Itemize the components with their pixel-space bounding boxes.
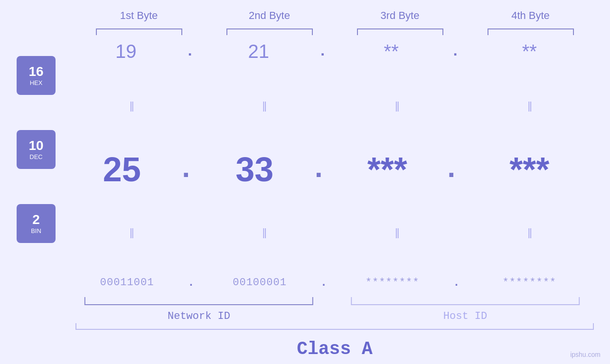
dec-value-2: 33 bbox=[200, 150, 309, 189]
class-a-label: Class A bbox=[297, 339, 373, 359]
class-bracket-svg bbox=[74, 322, 596, 332]
equals-sign-3a: || bbox=[395, 101, 398, 111]
dec-row: 25 . 33 . *** . *** bbox=[65, 150, 596, 189]
byte-headers-row: 1st Byte 2nd Byte 3rd Byte 4th Byte bbox=[74, 9, 596, 22]
bracket-2 bbox=[206, 27, 334, 36]
equals-sign-4b: || bbox=[528, 227, 531, 238]
bin-value-3: ******** bbox=[333, 277, 452, 289]
bin-value-1: 00011001 bbox=[67, 277, 187, 289]
badge-hex-label: HEX bbox=[30, 79, 43, 86]
dec-dot-2: . bbox=[310, 153, 327, 186]
bin-value-4: ******** bbox=[465, 277, 593, 289]
hex-dot-1: . bbox=[186, 43, 195, 60]
host-bracket bbox=[335, 296, 596, 308]
equals-cell-4a: || bbox=[465, 101, 593, 111]
byte-header-1: 1st Byte bbox=[75, 9, 203, 22]
badge-bin: 2 BIN bbox=[17, 204, 56, 243]
rows-area: 19 . 21 . ** . ** || bbox=[65, 38, 610, 294]
content-area: 16 HEX 10 DEC 2 BIN 19 . 21 bbox=[0, 38, 610, 294]
badge-dec-label: DEC bbox=[29, 153, 42, 160]
bracket-svg-1 bbox=[92, 27, 187, 36]
bin-cell-4: ******** bbox=[465, 277, 593, 289]
watermark: ipshu.com bbox=[570, 351, 601, 358]
hex-dot-2: . bbox=[318, 43, 327, 60]
dec-value-4: *** bbox=[465, 150, 593, 189]
equals-row-2: || || || || bbox=[65, 227, 596, 238]
bracket-svg-4 bbox=[483, 27, 578, 36]
bin-row: 00011001 . 00100001 . ******** . *******… bbox=[65, 276, 596, 289]
hex-cell-1: 19 . bbox=[67, 41, 196, 62]
bottom-section: Network ID Host ID bbox=[74, 296, 596, 322]
bottom-labels: Network ID Host ID bbox=[74, 310, 596, 322]
bin-cell-2: 00100001 . bbox=[200, 276, 328, 289]
badge-dec: 10 DEC bbox=[17, 130, 56, 169]
bin-cell-1: 00011001 . bbox=[67, 276, 196, 289]
equals-sign-1a: || bbox=[130, 101, 133, 111]
dec-dot-1: . bbox=[178, 153, 195, 186]
equals-sign-2a: || bbox=[263, 101, 266, 111]
footer: Class A bbox=[74, 334, 596, 364]
network-id-label: Network ID bbox=[74, 310, 324, 322]
hex-row: 19 . 21 . ** . ** bbox=[65, 41, 596, 62]
bin-dot-2: . bbox=[320, 276, 327, 289]
byte-header-2: 2nd Byte bbox=[206, 9, 334, 22]
equals-cell-1a: || bbox=[67, 101, 196, 111]
bin-cell-3: ******** . bbox=[333, 276, 461, 289]
hex-value-2: 21 bbox=[200, 41, 317, 62]
full-bottom-bracket bbox=[74, 322, 596, 334]
equals-sign-2b: || bbox=[263, 227, 266, 238]
host-bracket-svg bbox=[341, 296, 590, 308]
byte-header-4: 4th Byte bbox=[467, 9, 595, 22]
bin-value-2: 00100001 bbox=[200, 277, 319, 289]
badge-hex: 16 HEX bbox=[17, 56, 56, 95]
bracket-1 bbox=[75, 27, 203, 36]
bin-dot-3: . bbox=[453, 276, 460, 289]
equals-row-1: || || || || bbox=[65, 101, 596, 111]
hex-value-4: ** bbox=[465, 41, 593, 62]
dec-cell-3: *** . bbox=[333, 150, 461, 189]
bracket-svg-3 bbox=[353, 27, 448, 36]
bracket-4 bbox=[467, 27, 595, 36]
badges-column: 16 HEX 10 DEC 2 BIN bbox=[0, 38, 65, 294]
hex-value-1: 19 bbox=[67, 41, 185, 62]
dec-dot-3: . bbox=[443, 153, 460, 186]
equals-cell-4b: || bbox=[465, 227, 593, 238]
bottom-brackets bbox=[74, 296, 596, 308]
dec-cell-4: *** bbox=[465, 150, 593, 189]
equals-cell-3a: || bbox=[333, 101, 461, 111]
dec-value-3: *** bbox=[333, 150, 442, 189]
bracket-svg-2 bbox=[222, 27, 317, 36]
badge-bin-number: 2 bbox=[32, 213, 40, 227]
byte-header-3: 3rd Byte bbox=[336, 9, 464, 22]
bin-dot-1: . bbox=[188, 276, 194, 289]
top-brackets-row bbox=[74, 27, 596, 36]
hex-cell-3: ** . bbox=[333, 41, 461, 62]
equals-sign-1b: || bbox=[130, 227, 133, 238]
host-id-label: Host ID bbox=[335, 310, 596, 322]
equals-cell-1b: || bbox=[67, 227, 196, 238]
equals-sign-4a: || bbox=[528, 101, 531, 111]
hex-cell-2: 21 . bbox=[200, 41, 328, 62]
equals-sign-3b: || bbox=[395, 227, 398, 238]
network-bracket bbox=[74, 296, 324, 308]
dec-cell-2: 33 . bbox=[200, 150, 328, 189]
network-bracket-svg bbox=[80, 296, 318, 308]
equals-cell-2a: || bbox=[200, 101, 328, 111]
equals-cell-3b: || bbox=[333, 227, 461, 238]
hex-dot-3: . bbox=[451, 43, 460, 60]
badge-bin-label: BIN bbox=[31, 227, 41, 234]
badge-hex-number: 16 bbox=[28, 65, 43, 79]
main-container: 1st Byte 2nd Byte 3rd Byte 4th Byte bbox=[0, 0, 610, 364]
bracket-3 bbox=[336, 27, 464, 36]
dec-cell-1: 25 . bbox=[67, 150, 196, 189]
hex-value-3: ** bbox=[333, 41, 450, 62]
hex-cell-4: ** bbox=[465, 41, 593, 62]
badge-dec-number: 10 bbox=[28, 139, 43, 153]
dec-value-1: 25 bbox=[67, 150, 177, 189]
equals-cell-2b: || bbox=[200, 227, 328, 238]
